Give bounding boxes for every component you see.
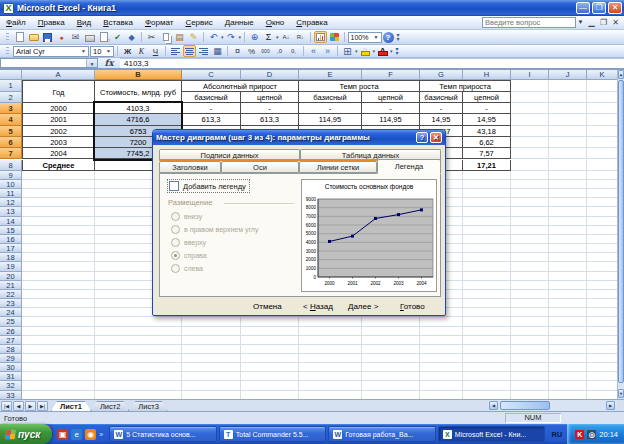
cell-J29[interactable]	[549, 354, 587, 363]
placement-radio-справа[interactable]: справа	[171, 251, 207, 260]
cell-J25[interactable]	[549, 317, 587, 326]
tab-prev-icon[interactable]: ◀	[13, 401, 24, 411]
dialog-titlebar[interactable]: Мастер диаграмм (шаг 3 из 4): параметры …	[153, 130, 445, 145]
row-header-28[interactable]: 28	[0, 345, 22, 354]
cell-E32[interactable]	[299, 381, 362, 390]
cell-K33[interactable]	[587, 391, 617, 399]
cell-H7[interactable]: 7,57	[463, 148, 511, 159]
dialog-tab-Оси[interactable]: Оси	[221, 161, 299, 173]
dialog-button-Готово[interactable]: Готово	[400, 302, 440, 311]
cell-K10[interactable]	[587, 180, 617, 189]
vertical-scroll-thumb[interactable]	[618, 80, 624, 383]
cell-G30[interactable]	[420, 363, 463, 372]
menu-item-правка[interactable]: Правка	[32, 17, 71, 28]
cell-G29[interactable]	[420, 354, 463, 363]
cell-G31[interactable]	[420, 372, 463, 381]
cell-K4[interactable]	[587, 114, 617, 125]
row-header-16[interactable]: 16	[0, 235, 22, 244]
row-header-26[interactable]: 26	[0, 327, 22, 336]
cell-C26[interactable]	[182, 327, 241, 336]
menu-item-вставка[interactable]: Вставка	[97, 17, 139, 28]
format-painter-icon[interactable]: ✎	[187, 31, 200, 43]
name-box-dropdown-icon[interactable]: ▼	[86, 59, 97, 67]
close-button[interactable]: ✕	[608, 2, 622, 14]
cell-K3[interactable]	[587, 103, 617, 114]
cell-A15[interactable]	[22, 226, 95, 235]
cell-H16[interactable]	[463, 235, 511, 244]
cell-F2[interactable]: цепной	[362, 92, 420, 104]
dialog-button-Назад[interactable]: < Назад	[303, 302, 342, 311]
cell-B28[interactable]	[95, 345, 182, 354]
fx-icon[interactable]: fx	[98, 58, 120, 68]
row-header-15[interactable]: 15	[0, 226, 22, 235]
cell-C29[interactable]	[182, 354, 241, 363]
cell-F27[interactable]	[362, 336, 420, 345]
task-button-window[interactable]: TTotal Commander 5.5...	[219, 426, 327, 442]
cell-I3[interactable]	[511, 103, 549, 114]
cell-I32[interactable]	[511, 381, 549, 390]
menu-item-сервис[interactable]: Сервис	[179, 17, 218, 28]
cell-J20[interactable]	[549, 272, 587, 281]
print-preview-icon[interactable]: ○	[97, 31, 110, 43]
cell-G4[interactable]: 14,95	[420, 114, 463, 125]
cell-J27[interactable]	[549, 336, 587, 345]
cell-H20[interactable]	[463, 272, 511, 281]
cell-B30[interactable]	[95, 363, 182, 372]
start-button[interactable]: пуск	[0, 424, 52, 444]
question-box[interactable]: Введите вопрос	[482, 17, 576, 28]
cell-B31[interactable]	[95, 372, 182, 381]
tab-first-icon[interactable]: |◀	[1, 401, 12, 411]
cell-A27[interactable]	[22, 336, 95, 345]
toolbar-overflow-icon[interactable]: ▾▾	[397, 33, 400, 41]
cell-J28[interactable]	[549, 345, 587, 354]
cell-D31[interactable]	[241, 372, 299, 381]
cell-J5[interactable]	[549, 126, 587, 137]
cell-H27[interactable]	[463, 336, 511, 345]
cell-A11[interactable]	[22, 189, 95, 198]
cell-A7[interactable]: 2004	[22, 148, 95, 159]
cell-I7[interactable]	[511, 148, 549, 159]
cell-C33[interactable]	[182, 391, 241, 399]
cell-J33[interactable]	[549, 391, 587, 399]
placement-radio-вверху[interactable]: вверху	[171, 238, 206, 247]
cell-A16[interactable]	[22, 235, 95, 244]
language-indicator[interactable]: RU	[546, 430, 567, 439]
cell-D26[interactable]	[241, 327, 299, 336]
dialog-close-icon[interactable]: ✕	[430, 132, 442, 143]
align-right-icon[interactable]	[197, 45, 210, 57]
cell-H3[interactable]: -	[463, 103, 511, 114]
cell-C32[interactable]	[182, 381, 241, 390]
cell-H8[interactable]: 17,21	[463, 160, 511, 171]
cell-E4[interactable]: 114,95	[299, 114, 362, 125]
cell-A21[interactable]	[22, 281, 95, 290]
bold-icon[interactable]: Ж	[121, 45, 134, 57]
cell-A22[interactable]	[22, 290, 95, 299]
align-left-icon[interactable]	[169, 45, 182, 57]
cell-I14[interactable]	[511, 217, 549, 226]
placement-radio-слева[interactable]: слева	[171, 264, 203, 273]
cell-H22[interactable]	[463, 290, 511, 299]
cell-E3[interactable]: -	[299, 103, 362, 114]
cell-A23[interactable]	[22, 299, 95, 308]
dropdown-arrow-icon[interactable]: ▾	[355, 48, 358, 54]
column-header-K[interactable]: K	[587, 70, 617, 80]
column-header-H[interactable]: H	[463, 70, 511, 80]
cell-J1[interactable]	[549, 80, 587, 92]
cell-E33[interactable]	[299, 391, 362, 399]
open-icon[interactable]	[27, 31, 40, 43]
column-header-C[interactable]: C	[182, 70, 241, 80]
cell-H12[interactable]	[463, 198, 511, 207]
percent-icon[interactable]: %	[245, 45, 258, 57]
dropdown-arrow-icon[interactable]: ▾	[276, 34, 279, 40]
cell-A10[interactable]	[22, 180, 95, 189]
cell-A19[interactable]	[22, 262, 95, 271]
cell-A5[interactable]: 2002	[22, 126, 95, 137]
zoom-box[interactable]: 100%▼	[348, 32, 382, 43]
cell-H13[interactable]	[463, 207, 511, 216]
cell-K15[interactable]	[587, 226, 617, 235]
cell-A33[interactable]	[22, 391, 95, 399]
thousands-separator-icon[interactable]: 000	[259, 45, 272, 57]
cell-K28[interactable]	[587, 345, 617, 354]
dropdown-arrow-icon[interactable]: ▾	[239, 34, 242, 40]
column-header-I[interactable]: I	[511, 70, 549, 80]
